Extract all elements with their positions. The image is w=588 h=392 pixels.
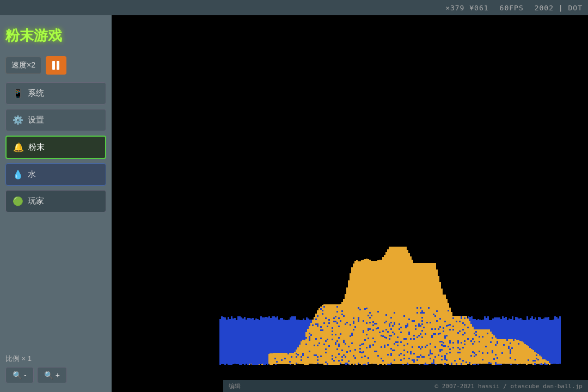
zoom-out-icon: 🔍 [13, 371, 22, 379]
simulation-canvas[interactable] [112, 15, 588, 380]
pause-button[interactable] [46, 56, 66, 75]
player-label: 玩家 [28, 196, 44, 206]
player-icon: 🟢 [13, 196, 23, 206]
water-label: 水 [28, 169, 36, 180]
zoom-controls: 🔍 - 🔍 + [5, 367, 106, 383]
zoom-out-button[interactable]: 🔍 - [5, 367, 34, 383]
sidebar-item-powder[interactable]: 🔔 粉末 [5, 136, 106, 159]
top-bar: ×379 ¥061 60FPS 2002 | DOT [0, 0, 588, 15]
dot-count: 2002 | DOT [535, 4, 583, 12]
zoom-in-icon: 🔍 [44, 371, 53, 379]
edit-label: 编辑 [229, 382, 241, 390]
sidebar: 粉末游戏 速度×2 📱 系统 ⚙️ 设置 🔔 粉末 💧 水 🟢 玩家 比例 × … [0, 15, 112, 392]
sidebar-item-settings[interactable]: ⚙️ 设置 [5, 109, 106, 131]
zoom-in-button[interactable]: 🔍 + [37, 367, 67, 383]
settings-label: 设置 [28, 115, 44, 125]
speed-label: 速度×2 [5, 57, 41, 74]
coords-display: ×379 ¥061 [445, 4, 488, 12]
footer-bar: 编辑 © 2007-2021 hassii / otascube dan-bal… [223, 380, 588, 392]
scale-row: 比例 × 1 🔍 - 🔍 + [5, 354, 106, 383]
sidebar-item-player[interactable]: 🟢 玩家 [5, 190, 106, 212]
zoom-in-label: + [56, 371, 60, 379]
settings-icon: ⚙️ [13, 115, 23, 125]
speed-control-row: 速度×2 [5, 56, 106, 75]
sidebar-item-water[interactable]: 💧 水 [5, 163, 106, 186]
app-title: 粉末游戏 [5, 26, 106, 45]
system-label: 系统 [28, 88, 44, 99]
sim-viewport [112, 15, 588, 380]
fps-display: 60FPS [500, 4, 524, 12]
sidebar-item-system[interactable]: 📱 系统 [5, 82, 106, 105]
powder-label: 粉末 [28, 142, 45, 152]
powder-icon: 🔔 [13, 142, 24, 152]
water-icon: 💧 [13, 169, 23, 180]
simulation-area[interactable]: 编辑 © 2007-2021 hassii / otascube dan-bal… [112, 15, 588, 392]
zoom-out-label: - [24, 371, 27, 379]
copyright-text: © 2007-2021 hassii / otascube dan-ball.j… [434, 383, 583, 390]
scale-label: 比例 × 1 [5, 354, 106, 364]
system-icon: 📱 [13, 88, 23, 99]
